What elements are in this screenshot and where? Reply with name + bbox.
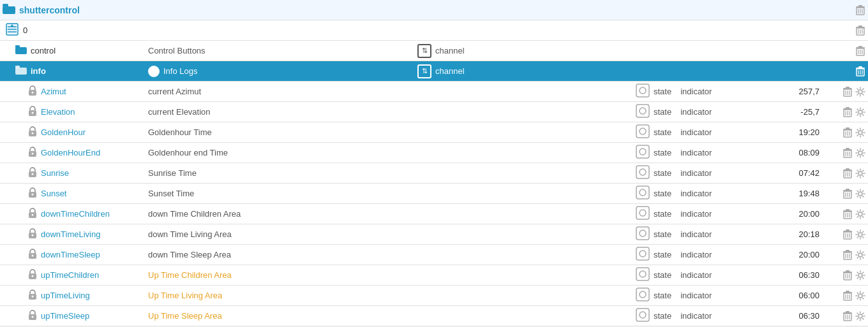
elevation-desc-col: current Elevation xyxy=(143,107,636,117)
downtimeliving-state-icon xyxy=(636,226,650,242)
uptimechildren-desc: Up Time Children Area xyxy=(148,270,232,280)
row-zero: 0 xyxy=(0,20,868,41)
azimut-value: 257,7 xyxy=(776,87,827,96)
sunset-gear-icon[interactable] xyxy=(855,189,865,199)
downtimeliving-name-col: downTimeLiving xyxy=(3,228,143,240)
uptimesleep-delete-icon[interactable] xyxy=(842,311,853,321)
zero-shutter-icon xyxy=(5,22,19,38)
app-header-row: shuttercontrol xyxy=(0,0,868,20)
uptimesleep-state-label: state xyxy=(654,311,671,321)
svg-rect-114 xyxy=(636,227,649,240)
elevation-desc: current Elevation xyxy=(148,107,211,117)
downtimesleep-gear-icon[interactable] xyxy=(855,250,865,260)
azimut-type-col: state indicator xyxy=(636,84,776,99)
goldenhour-name-col: GoldenHour xyxy=(3,126,143,138)
app-delete-icon[interactable] xyxy=(855,5,865,15)
downtimechildren-gear-icon[interactable] xyxy=(855,209,865,219)
sunset-delete-icon[interactable] xyxy=(842,189,853,199)
svg-point-144 xyxy=(858,273,862,277)
uptimechildren-state-label: state xyxy=(654,270,671,280)
svg-rect-59 xyxy=(636,125,649,138)
svg-rect-151 xyxy=(846,291,849,293)
sunrise-delete-icon[interactable] xyxy=(842,168,853,178)
uptimechildren-lock-icon xyxy=(28,269,37,281)
svg-point-78 xyxy=(858,151,862,155)
svg-point-60 xyxy=(640,128,646,134)
svg-point-38 xyxy=(640,87,646,94)
downtimeliving-gear-icon[interactable] xyxy=(855,229,865,240)
svg-point-56 xyxy=(858,110,862,114)
goldenhourend-indicator-label: indicator xyxy=(680,148,712,157)
svg-point-126 xyxy=(640,251,646,257)
downtimesleep-actions xyxy=(827,250,865,260)
uptimechildren-indicator-label: indicator xyxy=(680,270,712,280)
downtimeliving-desc-col: down Time Living Area xyxy=(143,229,636,239)
uptimeliving-delete-icon[interactable] xyxy=(842,291,853,301)
row-uptimesleep: upTimeSleep Up Time Sleep Area state ind… xyxy=(0,306,868,326)
sunrise-lock-icon xyxy=(28,167,37,179)
elevation-delete-icon[interactable] xyxy=(842,107,853,117)
downtimesleep-delete-icon[interactable] xyxy=(842,250,853,260)
downtimeliving-label: downTimeLiving xyxy=(41,229,100,239)
azimut-lock-icon xyxy=(28,85,37,98)
downtimeliving-delete-icon[interactable] xyxy=(842,229,853,240)
svg-rect-27 xyxy=(15,68,27,75)
svg-rect-81 xyxy=(636,166,649,178)
downtimechildren-actions xyxy=(827,209,865,219)
svg-point-71 xyxy=(640,149,646,155)
uptimeliving-label: upTimeLiving xyxy=(41,291,90,300)
control-delete-icon[interactable] xyxy=(855,46,865,56)
info-delete-icon[interactable] xyxy=(855,66,865,76)
control-name-col: control xyxy=(3,45,143,56)
uptimechildren-gear-icon[interactable] xyxy=(855,270,865,280)
downtimechildren-delete-icon[interactable] xyxy=(842,209,853,219)
info-desc-col: i Info Logs xyxy=(143,66,417,77)
goldenhourend-delete-icon[interactable] xyxy=(842,148,853,158)
uptimeliving-gear-icon[interactable] xyxy=(855,291,865,301)
svg-point-47 xyxy=(32,112,34,114)
goldenhour-lock-icon xyxy=(28,126,37,138)
sunrise-desc: Sunrise Time xyxy=(148,168,197,178)
svg-rect-4 xyxy=(858,5,862,7)
sunset-indicator-label: indicator xyxy=(680,189,712,198)
goldenhour-delete-icon[interactable] xyxy=(842,127,853,138)
downtimesleep-state-icon xyxy=(636,247,650,263)
svg-point-104 xyxy=(640,210,646,216)
uptimesleep-value: 06:30 xyxy=(776,311,827,321)
goldenhour-indicator-label: indicator xyxy=(680,127,712,137)
elevation-state-icon xyxy=(636,104,650,120)
uptimesleep-gear-icon[interactable] xyxy=(855,311,865,321)
uptimechildren-delete-icon[interactable] xyxy=(842,270,853,280)
svg-rect-48 xyxy=(636,105,649,117)
elevation-gear-icon[interactable] xyxy=(855,107,865,117)
zero-delete-icon[interactable] xyxy=(855,25,865,36)
uptimechildren-state-icon xyxy=(636,267,650,283)
elevation-indicator-label: indicator xyxy=(680,107,712,117)
downtimesleep-type-col: state indicator xyxy=(636,247,776,263)
info-actions xyxy=(827,66,865,76)
info-icon: i xyxy=(148,66,160,77)
sunrise-gear-icon[interactable] xyxy=(855,168,865,178)
goldenhourend-gear-icon[interactable] xyxy=(855,148,865,158)
uptimechildren-type-col: state indicator xyxy=(636,267,776,283)
uptimeliving-name-col: upTimeLiving xyxy=(3,289,143,302)
uptimechildren-label: upTimeChildren xyxy=(41,270,99,280)
goldenhourend-state-icon xyxy=(636,145,650,161)
info-channel-label: channel xyxy=(435,66,465,76)
svg-point-91 xyxy=(32,194,34,196)
svg-point-137 xyxy=(640,271,646,277)
azimut-state-label: state xyxy=(654,87,671,96)
svg-point-113 xyxy=(32,235,34,236)
azimut-gear-icon[interactable] xyxy=(855,87,865,97)
azimut-state-icon xyxy=(636,84,650,99)
goldenhour-gear-icon[interactable] xyxy=(855,127,865,138)
goldenhourend-actions xyxy=(827,148,865,158)
svg-point-89 xyxy=(858,171,862,175)
svg-point-69 xyxy=(32,153,34,155)
row-uptimeliving: upTimeLiving Up Time Living Area state i… xyxy=(0,286,868,306)
azimut-delete-icon[interactable] xyxy=(842,87,853,97)
svg-rect-19 xyxy=(15,47,27,54)
app-name-col: shuttercontrol xyxy=(3,4,143,16)
row-downtimeliving: downTimeLiving down Time Living Area sta… xyxy=(0,224,868,245)
sunrise-value: 07:42 xyxy=(776,168,827,178)
